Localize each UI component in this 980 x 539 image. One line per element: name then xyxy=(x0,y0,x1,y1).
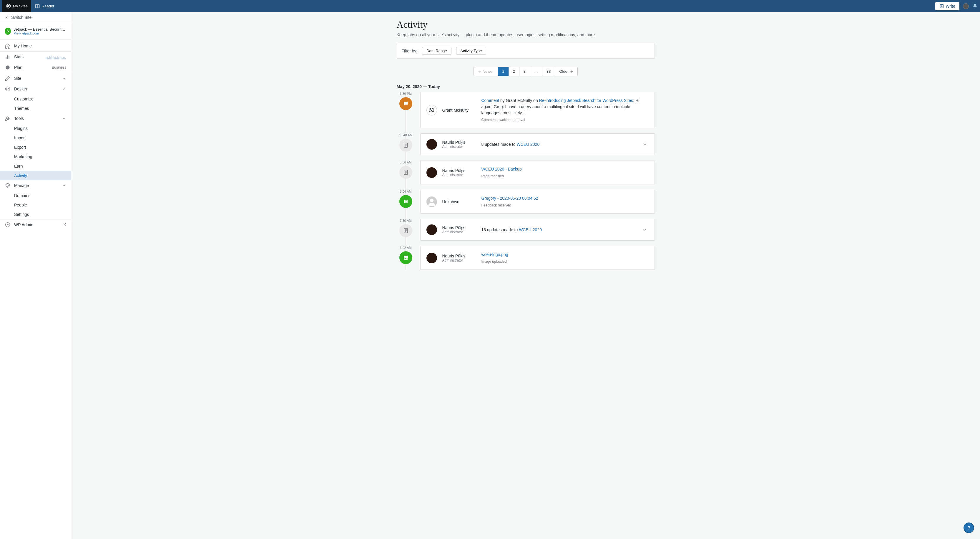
write-button[interactable]: Write xyxy=(935,2,959,10)
user-avatar[interactable] xyxy=(963,3,969,9)
sidebar-item-export[interactable]: Export xyxy=(0,143,71,152)
sidebar-item-plugins[interactable]: Plugins xyxy=(0,124,71,133)
activity-meta: Feedback received xyxy=(482,203,649,208)
sidebar-item-domains[interactable]: Domains xyxy=(0,191,71,200)
sidebar-item-label: Plan xyxy=(14,65,22,70)
sidebar-item-label: Marketing xyxy=(14,154,32,159)
time-label: 7:30 AM xyxy=(397,219,415,222)
chevron-left-icon xyxy=(5,15,9,19)
page-2[interactable]: 2 xyxy=(509,67,519,76)
filter-activity-type[interactable]: Activity Type xyxy=(456,47,487,55)
page-1[interactable]: 1 xyxy=(498,67,509,76)
home-icon xyxy=(5,43,11,49)
svg-point-32 xyxy=(6,87,10,91)
page-3[interactable]: 3 xyxy=(519,67,530,76)
time-label: 6:02 AM xyxy=(397,246,415,249)
time-label: 8:56 AM xyxy=(397,161,415,164)
svg-rect-20 xyxy=(56,58,57,59)
topbar-my-sites[interactable]: My Sites xyxy=(2,0,31,12)
activity-card: Nauris Pūķis Administrator WCEU 2020 - B… xyxy=(420,161,655,184)
activity-meta: Page modified xyxy=(482,174,649,179)
activity-row: 8:56 AM Nauris Pūķis Administrator WCEU … xyxy=(397,161,655,184)
svg-rect-29 xyxy=(64,57,65,59)
chevron-up-icon xyxy=(62,87,66,91)
actor-avatar xyxy=(426,139,437,150)
chevron-down-icon xyxy=(642,227,648,233)
svg-rect-24 xyxy=(60,56,60,59)
sidebar-item-plan[interactable]: Plan Business xyxy=(0,62,71,73)
svg-rect-18 xyxy=(54,57,55,59)
activity-link[interactable]: WCEU 2020 xyxy=(519,227,542,232)
write-icon xyxy=(939,4,944,8)
activity-link[interactable]: Re-introducing Jetpack Search for WordPr… xyxy=(539,98,633,103)
sidebar-item-label: Stats xyxy=(14,54,24,59)
sidebar-item-manage[interactable]: Manage xyxy=(0,180,71,191)
activity-card[interactable]: Nauris Pūķis Administrator 8 updates mad… xyxy=(420,134,655,155)
activity-link[interactable]: WCEU 2020 xyxy=(517,142,539,147)
page-subtitle: Keep tabs on all your site's activity — … xyxy=(397,32,655,37)
switch-site-label: Switch Site xyxy=(11,15,32,20)
bell-icon[interactable] xyxy=(972,3,978,9)
page-33[interactable]: 33 xyxy=(542,67,555,76)
external-link-icon xyxy=(63,223,66,226)
sidebar-item-label: Domains xyxy=(14,193,30,198)
expand-chevron[interactable] xyxy=(641,140,649,148)
sidebar-item-my-home[interactable]: My Home xyxy=(0,41,71,51)
activity-body: Comment by Grant McNulty on Re-introduci… xyxy=(482,97,649,123)
svg-rect-8 xyxy=(46,57,46,59)
help-button[interactable] xyxy=(964,523,974,533)
sidebar-item-design[interactable]: Design xyxy=(0,84,71,94)
sidebar-item-earn[interactable]: Earn xyxy=(0,161,71,171)
switch-site[interactable]: Switch Site xyxy=(0,12,71,23)
site-info[interactable]: Jetpack — Essential Security & P… View j… xyxy=(0,23,71,40)
page-older[interactable]: Older xyxy=(555,67,578,76)
design-icon xyxy=(5,86,11,92)
sidebar-item-tools[interactable]: Tools xyxy=(0,113,71,124)
page-newer[interactable]: Newer xyxy=(474,67,498,76)
activity-type-badge xyxy=(399,97,412,110)
activity-link[interactable]: WCEU 2020 - Backup xyxy=(482,167,522,171)
topbar-my-sites-label: My Sites xyxy=(13,4,28,8)
sidebar-item-site[interactable]: Site xyxy=(0,73,71,84)
activity-body: Gregory - 2020-05-20 08:04:52Feedback re… xyxy=(482,195,649,208)
time-col: 7:30 AM xyxy=(397,219,415,237)
topbar-reader[interactable]: Reader xyxy=(31,0,58,12)
sidebar-item-activity[interactable]: Activity xyxy=(0,171,71,180)
expand-chevron[interactable] xyxy=(641,226,649,234)
sidebar-item-people[interactable]: People xyxy=(0,200,71,210)
sidebar-item-label: Export xyxy=(14,145,26,150)
topbar-reader-label: Reader xyxy=(42,4,54,8)
svg-point-35 xyxy=(6,89,7,90)
time-col: 8:56 AM xyxy=(397,161,415,179)
sidebar-item-wp-admin[interactable]: WP Admin xyxy=(0,219,71,230)
sidebar-item-settings[interactable]: Settings xyxy=(0,210,71,219)
filter-date-range[interactable]: Date Range xyxy=(422,47,451,55)
activity-link[interactable]: Gregory - 2020-05-20 08:04:52 xyxy=(482,196,538,201)
content: Activity Keep tabs on all your site's ac… xyxy=(71,12,980,539)
activity-link[interactable]: wceu-logo.png xyxy=(482,252,508,257)
sidebar-item-themes[interactable]: Themes xyxy=(0,104,71,113)
time-col: 10:48 AM xyxy=(397,134,415,151)
wordpress-icon xyxy=(6,3,11,9)
svg-rect-58 xyxy=(404,256,407,260)
sidebar-item-label: Design xyxy=(14,86,27,91)
sidebar-item-marketing[interactable]: Marketing xyxy=(0,152,71,161)
svg-rect-15 xyxy=(52,57,52,59)
actor-info: Nauris Pūķis Administrator xyxy=(442,254,476,262)
sidebar-item-customize[interactable]: Customize xyxy=(0,94,71,104)
sidebar-item-stats[interactable]: Stats xyxy=(0,51,71,62)
time-col: 1:36 PM xyxy=(397,92,415,110)
activity-type-badge xyxy=(399,224,412,237)
activity-link[interactable]: Comment xyxy=(482,98,500,103)
svg-rect-52 xyxy=(406,202,407,203)
svg-rect-50 xyxy=(406,201,407,201)
page-newer-label: Newer xyxy=(483,69,494,73)
svg-rect-19 xyxy=(55,57,56,59)
sidebar-item-import[interactable]: Import xyxy=(0,133,71,143)
svg-rect-16 xyxy=(52,57,53,59)
sidebar-item-label: People xyxy=(14,203,27,207)
sidebar-item-label: Themes xyxy=(14,106,29,111)
activity-card[interactable]: Nauris Pūķis Administrator 13 updates ma… xyxy=(420,219,655,241)
time-label: 1:36 PM xyxy=(397,92,415,96)
svg-rect-14 xyxy=(51,56,51,59)
